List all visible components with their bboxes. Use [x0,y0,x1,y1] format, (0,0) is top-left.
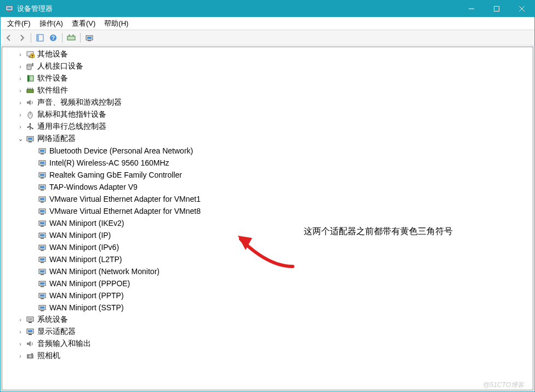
usb-icon [25,122,35,132]
device-item[interactable]: WAN Miniport (PPPOE) [4,277,533,289]
device-item[interactable]: WAN Miniport (L2TP) [4,253,533,265]
maximize-button[interactable] [484,1,509,17]
net-icon [37,206,47,216]
category-label: 声音、视频和游戏控制器 [36,98,122,107]
net-icon [25,134,35,144]
category-label: 软件组件 [36,86,68,95]
device-item[interactable]: WAN Miniport (Network Monitor) [4,265,533,277]
close-button[interactable] [509,1,534,17]
separator [80,33,81,43]
help-button[interactable]: ? [47,32,59,44]
net-icon [37,242,47,252]
net-icon [37,254,47,264]
device-item[interactable]: WAN Miniport (PPTP) [4,289,533,302]
category-other[interactable]: ›其他设备 [4,48,533,60]
category-hid[interactable]: ›人机接口设备 [4,60,533,72]
svg-rect-8 [67,36,75,40]
net-icon [37,194,47,204]
device-label: WAN Miniport (PPTP) [48,291,124,300]
category-mouse[interactable]: ›鼠标和其他指针设备 [4,109,533,121]
net-icon [37,291,47,300]
chevron-right-icon[interactable]: › [16,340,24,347]
warn-icon [25,49,35,59]
chevron-right-icon[interactable]: › [16,75,24,82]
device-item[interactable]: VMware Virtual Ethernet Adapter for VMne… [4,205,533,217]
net-icon [37,230,47,240]
app-icon [5,4,14,13]
separator [62,33,62,43]
scan-hardware-button[interactable] [65,32,77,44]
chevron-down-icon[interactable]: ⌄ [16,135,24,143]
category-net[interactable]: ⌄网络适配器 [4,133,533,145]
nav-forward-button[interactable] [16,32,28,44]
category-audio[interactable]: ›音频输入和输出 [4,338,533,350]
device-item[interactable]: WAN Miniport (IPv6) [4,241,533,253]
category-sound[interactable]: ›声音、视频和游戏控制器 [4,96,533,109]
show-hide-tree-button[interactable] [34,32,46,44]
minimize-button[interactable] [459,1,484,17]
chevron-right-icon[interactable]: › [16,111,24,118]
swcomp-icon [25,86,35,95]
category-display[interactable]: ›显示适配器 [4,326,533,338]
device-label: Bluetooth Device (Personal Area Network) [48,146,193,155]
net-icon [37,182,47,192]
chevron-right-icon[interactable]: › [16,353,24,359]
mouse-icon [25,110,35,120]
window-buttons [459,1,534,17]
category-label: 鼠标和其他指针设备 [36,110,106,120]
device-item[interactable]: Realtek Gaming GbE Family Controller [4,169,533,181]
soft-icon [25,73,35,83]
titlebar[interactable]: 设备管理器 [1,1,534,17]
menu-view[interactable]: 查看(V) [67,17,100,30]
device-item[interactable]: TAP-Windows Adapter V9 [4,181,533,193]
toolbar: ? [1,30,534,46]
device-label: WAN Miniport (Network Monitor) [48,267,160,276]
category-label: 网络适配器 [36,134,76,144]
category-software[interactable]: ›软件设备 [4,72,533,84]
svg-rect-13 [87,37,92,39]
category-label: 系统设备 [36,315,68,325]
category-label: 显示适配器 [36,327,76,337]
camera-icon [25,351,35,361]
category-usb[interactable]: ›通用串行总线控制器 [4,121,533,133]
device-item[interactable]: VMware Virtual Ethernet Adapter for VMne… [4,193,533,205]
device-tree[interactable]: ›其他设备›人机接口设备›软件设备›软件组件›声音、视频和游戏控制器›鼠标和其他… [2,47,533,390]
chevron-right-icon[interactable]: › [16,63,24,70]
menu-help[interactable]: 帮助(H) [100,17,133,30]
device-item[interactable]: Bluetooth Device (Personal Area Network) [4,145,533,157]
net-icon [37,266,47,276]
menu-file[interactable]: 文件(F) [3,17,35,30]
svg-rect-9 [69,35,70,36]
category-camera[interactable]: ›照相机 [4,350,533,362]
category-label: 软件设备 [36,73,68,83]
chevron-right-icon[interactable]: › [16,316,24,323]
menu-action[interactable]: 操作(A) [35,17,67,30]
speaker-icon [25,98,35,107]
category-label: 人机接口设备 [36,61,83,71]
menubar: 文件(F) 操作(A) 查看(V) 帮助(H) [1,17,534,30]
category-swcomp[interactable]: ›软件组件 [4,84,533,96]
chevron-right-icon[interactable]: › [16,328,24,335]
device-item[interactable]: WAN Miniport (SSTP) [4,302,533,314]
net-icon [37,218,47,228]
chevron-right-icon[interactable]: › [16,99,24,106]
device-label: Intel(R) Wireless-AC 9560 160MHz [48,158,169,167]
device-label: TAP-Windows Adapter V9 [48,183,138,191]
window-title: 设备管理器 [17,4,459,14]
nav-back-button[interactable] [3,32,15,44]
system-icon [25,315,35,325]
device-item[interactable]: Intel(R) Wireless-AC 9560 160MHz [4,157,533,169]
device-item[interactable]: WAN Miniport (IP) [4,229,533,241]
category-system[interactable]: ›系统设备 [4,314,533,326]
svg-rect-12 [88,41,91,41]
device-label: WAN Miniport (IKEv2) [48,219,124,228]
net-icon [37,170,47,180]
chevron-right-icon[interactable]: › [16,51,24,58]
device-item[interactable]: WAN Miniport (IKEv2) [4,217,533,229]
chevron-right-icon[interactable]: › [16,123,24,130]
svg-text:?: ? [52,35,55,41]
category-label: 其他设备 [36,49,68,59]
net-icon [37,146,47,156]
properties-button[interactable] [83,32,95,44]
chevron-right-icon[interactable]: › [16,87,24,94]
